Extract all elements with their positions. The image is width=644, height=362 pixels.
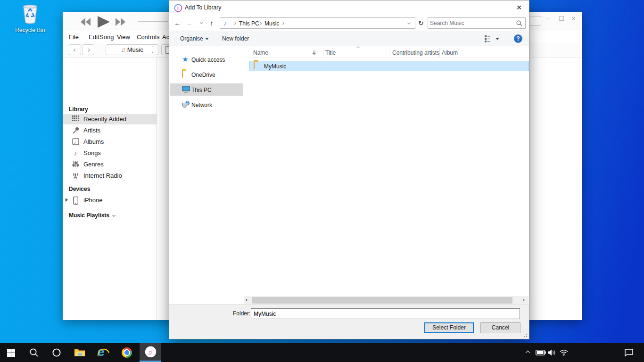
file-explorer-icon xyxy=(74,348,85,357)
start-button[interactable] xyxy=(0,343,22,362)
view-dropdown-icon[interactable] xyxy=(495,38,499,40)
new-folder-button[interactable]: New folder xyxy=(222,35,249,42)
column-headers: Name # Title Contributing artists Album xyxy=(244,47,528,58)
search-icon[interactable] xyxy=(516,20,522,26)
sliders-icon xyxy=(72,161,79,168)
sidebar-item-artists[interactable]: Artists xyxy=(63,125,157,136)
organise-dropdown-icon[interactable] xyxy=(205,38,209,40)
volume-icon[interactable] xyxy=(548,343,556,362)
folder-icon xyxy=(254,62,255,69)
recycle-bin-icon xyxy=(20,19,41,26)
itunes-close-button[interactable]: ✕ xyxy=(571,15,576,22)
breadcrumb-music[interactable]: Music xyxy=(264,20,279,27)
battery-icon[interactable] xyxy=(536,343,546,362)
help-icon[interactable]: ? xyxy=(514,34,522,43)
selector-chevrons-icon: ⌃⌄ xyxy=(151,45,154,54)
sidebar-item-iphone[interactable]: iPhone xyxy=(63,195,157,206)
recycle-bin-shortcut[interactable]: Recycle Bin xyxy=(11,3,49,38)
column-number[interactable]: # xyxy=(313,49,316,56)
taskbar-search-button[interactable] xyxy=(23,343,45,362)
itunes-back-button[interactable] xyxy=(69,44,81,55)
scroll-left-icon[interactable]: ‹ xyxy=(246,296,248,303)
taskbar: e ♫ xyxy=(0,343,644,362)
sidebar-item-genres[interactable]: Genres xyxy=(63,159,157,170)
windows-logo-icon xyxy=(7,349,15,357)
menu-view[interactable]: View xyxy=(117,33,130,41)
radio-tower-icon xyxy=(72,172,79,180)
dialog-close-icon[interactable]: × xyxy=(513,1,525,14)
microphone-icon xyxy=(72,127,79,134)
action-center-icon[interactable] xyxy=(625,343,633,362)
desktop: Recycle Bin – ☐ ✕ File Edit Song View xyxy=(0,0,644,362)
menu-edit[interactable]: Edit xyxy=(89,33,99,41)
search-box[interactable] xyxy=(428,17,526,29)
music-note-icon: ♫ xyxy=(121,46,125,53)
column-album[interactable]: Album xyxy=(442,49,458,56)
music-playlists-header[interactable]: Music Playlists xyxy=(69,212,115,219)
crumb-separator-icon[interactable] xyxy=(281,22,284,25)
cortana-button[interactable] xyxy=(46,343,67,362)
itunes-forward-button[interactable] xyxy=(82,44,94,55)
itunes-minimize-button[interactable]: – xyxy=(546,14,550,21)
expander-icon[interactable] xyxy=(66,198,68,202)
sidebar-item-internet-radio[interactable]: Internet Radio xyxy=(63,171,157,181)
network-icon xyxy=(182,101,190,108)
address-dropdown-icon[interactable] xyxy=(407,21,411,25)
menu-file[interactable]: File xyxy=(69,33,79,41)
nav-item-network[interactable]: Network xyxy=(170,99,243,111)
nav-item-quick-access[interactable]: ★ Quick access xyxy=(170,53,243,66)
up-icon[interactable]: ↑ xyxy=(210,19,214,27)
folder-name-input[interactable] xyxy=(251,308,520,319)
itunes-app-icon: ♫ xyxy=(174,4,182,12)
menu-controls[interactable]: Controls xyxy=(137,33,159,41)
crumb-separator-icon[interactable] xyxy=(233,22,236,25)
file-explorer-button[interactable] xyxy=(69,343,91,362)
back-icon[interactable]: ← xyxy=(174,19,181,27)
tray-expand-icon[interactable] xyxy=(526,343,529,362)
column-name[interactable]: Name xyxy=(253,49,268,56)
itunes-maximize-button[interactable]: ☐ xyxy=(559,15,564,22)
recent-locations-icon[interactable] xyxy=(200,21,203,24)
command-bar: Organise New folder ? xyxy=(169,31,529,46)
sidebar-item-albums[interactable]: ♪ Albums xyxy=(63,137,157,147)
scrollbar-thumb[interactable] xyxy=(252,297,512,304)
select-folder-button[interactable]: Select Folder xyxy=(424,322,474,333)
sidebar-item-recently-added[interactable]: Recently Added xyxy=(63,114,157,124)
column-contributing-artists[interactable]: Contributing artists xyxy=(392,49,439,56)
breadcrumb-this-pc[interactable]: This PC xyxy=(239,20,259,27)
volume-slider[interactable] xyxy=(138,21,168,22)
cancel-button[interactable]: Cancel xyxy=(480,322,520,333)
internet-explorer-button[interactable]: e xyxy=(92,343,114,362)
organise-button[interactable]: Organise xyxy=(180,35,203,42)
rewind-button[interactable] xyxy=(81,18,91,26)
dialog-nav-pane: ★ Quick access OneDrive This PC Network xyxy=(169,46,244,304)
address-bar[interactable]: ♪ This PC Music xyxy=(220,17,415,29)
music-note-icon: ♪ xyxy=(223,19,227,27)
monitor-icon xyxy=(182,86,190,93)
nav-item-onedrive[interactable]: OneDrive xyxy=(170,68,243,81)
media-kind-selector[interactable]: ♫ Music ⌃⌄ xyxy=(106,44,158,55)
dialog-titlebar: ♫ Add To Library × xyxy=(169,0,529,15)
column-title[interactable]: Title xyxy=(325,49,336,56)
horizontal-scrollbar[interactable]: ‹ › xyxy=(244,296,528,304)
play-button[interactable] xyxy=(98,16,110,28)
star-icon: ★ xyxy=(182,56,190,63)
devices-header: Devices xyxy=(69,186,90,192)
nav-item-this-pc[interactable]: This PC xyxy=(170,83,243,96)
svg-text:♪: ♪ xyxy=(74,140,76,145)
forward-icon[interactable]: → xyxy=(185,19,192,27)
itunes-taskbar-button[interactable]: ♫ xyxy=(140,343,161,362)
resize-grip[interactable] xyxy=(522,332,527,337)
file-row-mymusic[interactable]: MyMusic xyxy=(249,61,529,71)
file-name: MyMusic xyxy=(264,63,286,70)
menu-song[interactable]: Song xyxy=(99,33,114,41)
chrome-button[interactable] xyxy=(116,343,138,362)
search-input[interactable] xyxy=(430,18,514,28)
library-header: Library xyxy=(69,106,88,113)
view-options-icon[interactable] xyxy=(485,35,492,42)
refresh-icon[interactable]: ↻ xyxy=(418,19,424,27)
fast-forward-button[interactable] xyxy=(116,18,126,26)
scroll-right-icon[interactable]: › xyxy=(523,296,525,303)
sidebar-item-songs[interactable]: ♪ Songs xyxy=(63,148,157,158)
wifi-icon[interactable] xyxy=(560,343,568,362)
